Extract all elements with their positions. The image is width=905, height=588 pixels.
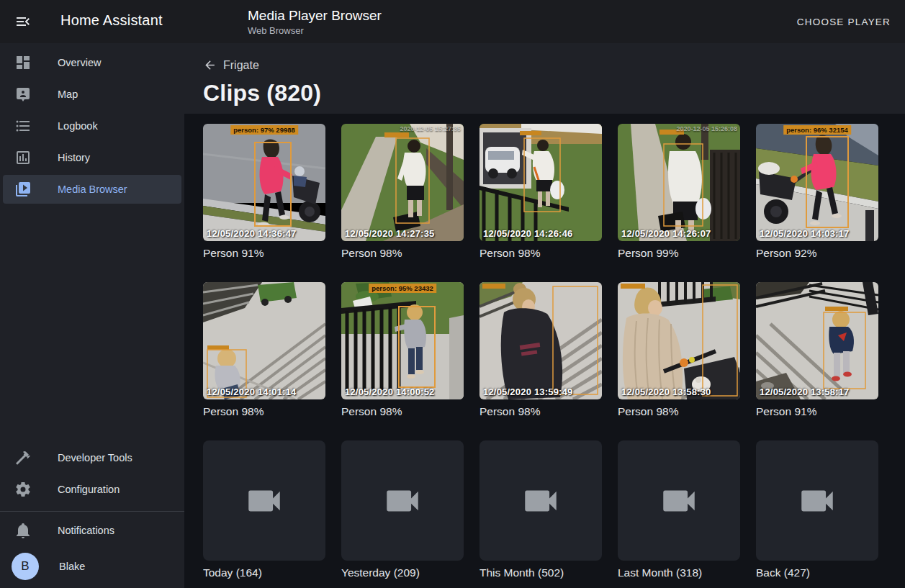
clip-caption: Person 91% xyxy=(203,247,325,260)
list-bulleted-icon xyxy=(14,117,32,135)
camera-osd-datetime: 2020-12-05 15:27:35 xyxy=(400,125,461,132)
folder-label: This Month (502) xyxy=(479,566,602,579)
map-account-icon xyxy=(14,86,32,103)
dashboard-icon xyxy=(14,54,32,71)
folder-label: Today (164) xyxy=(203,566,325,579)
clip-timestamp: 12/05/2020 13:58:30 xyxy=(621,386,711,397)
clip-timestamp: 12/05/2020 14:03:17 xyxy=(760,228,850,239)
camera-snapshot xyxy=(341,282,464,399)
folder-tile[interactable] xyxy=(618,440,740,561)
video-icon xyxy=(520,480,562,522)
clip-card[interactable]: person: 96% 32154 12/05/2020 14:03:17 Pe… xyxy=(756,124,878,260)
camera-snapshot xyxy=(479,124,602,241)
avatar: B xyxy=(12,553,39,580)
clip-card[interactable]: 2020-12-05 15:26:08 12/05/2020 14:26:07 … xyxy=(618,124,740,260)
folder-tile[interactable] xyxy=(756,440,878,561)
clip-card[interactable]: 12/05/2020 14:26:46 Person 98% xyxy=(479,124,602,260)
clip-caption: Person 98% xyxy=(341,405,464,418)
page-title: Media Player Browser xyxy=(248,6,382,24)
bell-icon xyxy=(14,522,32,539)
folder-label: Yesterday (209) xyxy=(341,566,464,579)
breadcrumb-back-button[interactable]: Frigate xyxy=(203,58,259,72)
app-title: Home Assistant xyxy=(60,12,163,29)
chart-box-icon xyxy=(14,149,32,166)
folder-card-yesterday-209-[interactable]: Yesterday (209) xyxy=(341,440,464,579)
sidebar-item-media-browser[interactable]: Media Browser xyxy=(3,175,181,204)
clip-timestamp: 12/05/2020 14:26:07 xyxy=(621,228,711,239)
clip-thumbnail[interactable]: 12/05/2020 14:26:46 xyxy=(479,124,602,241)
folder-label: Back (427) xyxy=(756,566,878,579)
clip-thumbnail[interactable]: person: 95% 23432 12/05/2020 14:00:52 xyxy=(341,282,464,399)
sidebar-toggle-button[interactable] xyxy=(6,4,40,39)
sidebar-item-history[interactable]: History xyxy=(3,143,181,172)
user-name: Blake xyxy=(59,561,85,572)
clip-caption: Person 92% xyxy=(756,247,878,260)
sidebar-item-notifications[interactable]: Notifications xyxy=(3,516,181,545)
clip-caption: Person 98% xyxy=(479,405,602,418)
clip-caption: Person 98% xyxy=(203,405,325,418)
camera-snapshot xyxy=(756,124,878,241)
clip-thumbnail[interactable]: person: 97% 29988 12/05/2020 14:36:47 xyxy=(203,124,325,241)
page-heading: Clips (820) xyxy=(203,80,905,107)
clip-thumbnail[interactable]: 2020-12-05 15:26:08 12/05/2020 14:26:07 xyxy=(618,124,740,241)
camera-snapshot xyxy=(203,124,325,241)
media-browser-area: person: 97% 29988 12/05/2020 14:36:47 Pe… xyxy=(184,114,905,588)
clip-caption: Person 98% xyxy=(618,405,740,418)
sidebar: Overview Map Logbook History Media Brows… xyxy=(0,43,184,588)
clip-thumbnail[interactable]: 12/05/2020 13:58:30 xyxy=(618,282,740,399)
top-app-bar: Home Assistant Media Player Browser Web … xyxy=(0,0,905,43)
clip-thumbnail[interactable]: person: 96% 32154 12/05/2020 14:03:17 xyxy=(756,124,878,241)
clip-caption: Person 91% xyxy=(756,405,878,418)
sidebar-item-configuration[interactable]: Configuration xyxy=(3,475,181,504)
clip-card[interactable]: 2020-12-05 15:27:35 12/05/2020 14:27:35 … xyxy=(341,124,464,260)
detection-label: person: 95% 23432 xyxy=(369,284,436,293)
clip-thumbnail[interactable]: 2020-12-05 15:27:35 12/05/2020 14:27:35 xyxy=(341,124,464,241)
breadcrumb-label: Frigate xyxy=(223,59,259,72)
clip-card[interactable]: 12/05/2020 13:59:49 Person 98% xyxy=(479,282,602,418)
clip-timestamp: 12/05/2020 14:36:47 xyxy=(207,228,297,239)
clip-card[interactable]: 12/05/2020 14:01:14 Person 98% xyxy=(203,282,325,418)
clip-caption: Person 99% xyxy=(618,247,740,260)
page-title-block: Media Player Browser Web Browser xyxy=(248,6,382,37)
folder-card-back-427-[interactable]: Back (427) xyxy=(756,440,878,579)
folder-tile[interactable] xyxy=(203,440,325,561)
camera-snapshot xyxy=(618,124,740,241)
folder-tile[interactable] xyxy=(341,440,464,561)
video-icon xyxy=(382,480,423,522)
choose-player-button[interactable]: CHOOSE PLAYER xyxy=(791,0,896,43)
sidebar-item-overview[interactable]: Overview xyxy=(3,48,181,77)
sidebar-item-logbook[interactable]: Logbook xyxy=(3,112,181,140)
clip-thumbnail[interactable]: 12/05/2020 13:58:17 xyxy=(756,282,878,399)
clip-card[interactable]: 12/05/2020 13:58:30 Person 98% xyxy=(618,282,740,418)
clip-caption: Person 98% xyxy=(479,247,602,260)
clip-card[interactable]: 12/05/2020 13:58:17 Person 91% xyxy=(756,282,878,418)
clip-timestamp: 12/05/2020 14:27:35 xyxy=(345,228,435,239)
camera-snapshot xyxy=(756,282,878,399)
camera-snapshot xyxy=(618,282,740,399)
hammer-icon xyxy=(14,449,32,466)
folder-label: Last Month (318) xyxy=(618,566,740,579)
folder-card-last-month-318-[interactable]: Last Month (318) xyxy=(618,440,740,579)
menu-open-icon xyxy=(14,13,32,30)
clip-timestamp: 12/05/2020 13:58:17 xyxy=(760,386,850,397)
folder-tile[interactable] xyxy=(479,440,602,561)
camera-snapshot xyxy=(341,124,464,241)
camera-snapshot xyxy=(479,282,602,399)
clip-card[interactable]: person: 97% 29988 12/05/2020 14:36:47 Pe… xyxy=(203,124,325,260)
folder-card-this-month-502-[interactable]: This Month (502) xyxy=(479,440,602,579)
clip-card[interactable]: person: 95% 23432 12/05/2020 14:00:52 Pe… xyxy=(341,282,464,418)
video-icon xyxy=(243,480,285,522)
camera-osd-datetime: 2020-12-05 15:26:08 xyxy=(676,125,737,132)
video-icon xyxy=(796,480,838,522)
clip-timestamp: 12/05/2020 14:26:46 xyxy=(483,228,573,239)
sidebar-item-user[interactable]: B Blake xyxy=(3,549,181,584)
clip-thumbnail[interactable]: 12/05/2020 14:01:14 xyxy=(203,282,325,399)
content-header: Frigate Clips (820) xyxy=(184,43,905,114)
detection-label: person: 96% 32154 xyxy=(783,125,851,135)
clip-caption: Person 98% xyxy=(341,247,464,260)
media-grid: person: 97% 29988 12/05/2020 14:36:47 Pe… xyxy=(203,124,905,579)
sidebar-item-developer-tools[interactable]: Developer Tools xyxy=(3,443,181,472)
folder-card-today-164-[interactable]: Today (164) xyxy=(203,440,325,579)
sidebar-item-map[interactable]: Map xyxy=(3,80,181,109)
clip-thumbnail[interactable]: 12/05/2020 13:59:49 xyxy=(479,282,602,399)
